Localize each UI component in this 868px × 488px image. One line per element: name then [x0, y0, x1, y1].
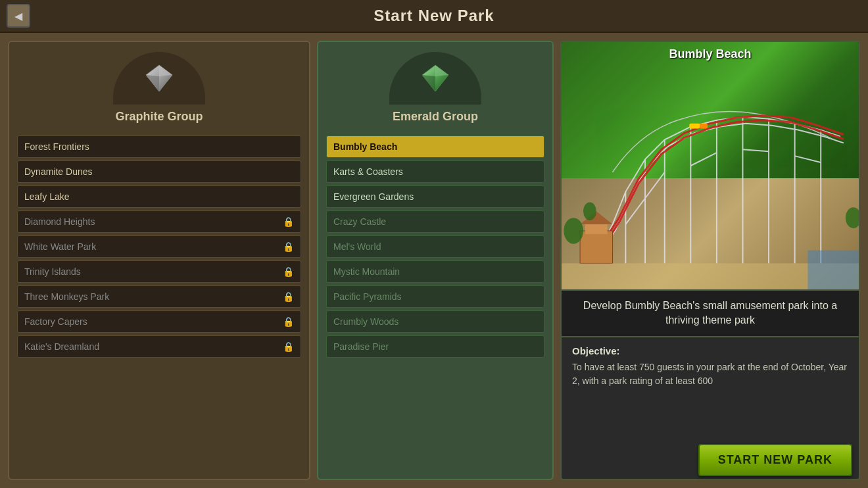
park-item-leafy-lake[interactable]: Leafy Lake: [17, 185, 301, 208]
park-item-three-monkeys-park[interactable]: Three Monkeys Park 🔒: [17, 285, 301, 308]
graphite-group-name: Graphite Group: [115, 110, 203, 124]
main-content: Graphite Group Forest Frontiers Dynamite…: [0, 33, 868, 488]
svg-point-25: [564, 218, 583, 244]
park-item-evergreen-gardens[interactable]: Evergreen Gardens: [326, 185, 544, 208]
lock-icon-trinity: 🔒: [283, 266, 294, 277]
preview-title: Bumbly Beach: [562, 47, 859, 61]
svg-rect-21: [585, 224, 608, 234]
svg-line-16: [645, 172, 665, 199]
back-button[interactable]: ◀: [7, 4, 30, 28]
svg-line-17: [690, 153, 717, 166]
graphite-park-list: Forest Frontiers Dynamite Dunes Leafy La…: [9, 132, 309, 362]
svg-point-26: [846, 207, 859, 228]
page-title: Start New Park: [374, 7, 494, 25]
svg-marker-2: [146, 75, 159, 91]
preview-panel: Bumbly Beach: [560, 41, 860, 480]
graphite-group-header: Graphite Group: [9, 42, 309, 132]
park-render: [562, 42, 859, 289]
park-item-crazy-castle[interactable]: Crazy Castle: [326, 210, 544, 233]
lock-icon-monkeys: 🔒: [283, 291, 294, 302]
park-item-paradise-pier[interactable]: Paradise Pier: [326, 335, 544, 358]
objective-label: Objective:: [572, 345, 848, 356]
start-new-park-button[interactable]: START NEW PARK: [698, 444, 852, 476]
lock-icon-white-water: 🔒: [283, 241, 294, 252]
park-item-white-water-park[interactable]: White Water Park 🔒: [17, 235, 301, 258]
park-item-katies-dreamland[interactable]: Katie's Dreamland 🔒: [17, 335, 301, 358]
park-item-mels-world[interactable]: Mel's World: [326, 235, 544, 258]
svg-marker-4: [435, 65, 448, 76]
svg-rect-29: [700, 124, 708, 129]
svg-marker-5: [422, 75, 435, 91]
emerald-group-name: Emerald Group: [393, 110, 478, 124]
svg-rect-24: [808, 251, 859, 289]
graphite-group-panel: Graphite Group Forest Frontiers Dynamite…: [8, 41, 310, 480]
title-bar: ◀ Start New Park: [0, 0, 868, 33]
coaster-svg: [562, 42, 859, 289]
preview-description: Develop Bumbly Beach's small amusement p…: [560, 291, 860, 337]
svg-line-19: [795, 156, 821, 162]
park-item-karts-coasters[interactable]: Karts & Coasters: [326, 160, 544, 183]
graphite-diamond-icon: [143, 62, 176, 95]
lock-icon-katie: 🔒: [283, 341, 294, 352]
park-item-factory-capers[interactable]: Factory Capers 🔒: [17, 310, 301, 333]
svg-rect-28: [689, 124, 700, 129]
park-item-mystic-mountain[interactable]: Mystic Mountain: [326, 260, 544, 283]
park-item-trinity-islands[interactable]: Trinity Islands 🔒: [17, 260, 301, 283]
park-item-forest-frontiers[interactable]: Forest Frontiers: [17, 135, 301, 158]
svg-point-27: [583, 202, 596, 220]
lock-icon-diamond: 🔒: [283, 216, 294, 227]
emerald-park-list: Bumbly Beach Karts & Coasters Evergreen …: [318, 132, 552, 362]
objective-text: To have at least 750 guests in your park…: [572, 360, 848, 388]
emerald-logo-bg: [389, 52, 481, 105]
park-item-dynamite-dunes[interactable]: Dynamite Dunes: [17, 160, 301, 183]
lock-icon-factory: 🔒: [283, 316, 294, 327]
emerald-group-panel: Emerald Group Bumbly Beach Karts & Coast…: [317, 41, 554, 480]
svg-marker-1: [159, 65, 172, 76]
svg-line-18: [742, 149, 769, 151]
park-item-pacific-pyramids[interactable]: Pacific Pyramids: [326, 285, 544, 308]
emerald-diamond-icon: [419, 62, 452, 95]
svg-rect-20: [580, 231, 612, 263]
park-item-diamond-heights[interactable]: Diamond Heights 🔒: [17, 210, 301, 233]
park-item-crumbly-woods[interactable]: Crumbly Woods: [326, 310, 544, 333]
preview-image-container: Bumbly Beach: [560, 41, 860, 291]
emerald-group-header: Emerald Group: [318, 42, 552, 132]
park-item-bumbly-beach[interactable]: Bumbly Beach: [326, 135, 544, 158]
graphite-logo-bg: [113, 52, 205, 105]
